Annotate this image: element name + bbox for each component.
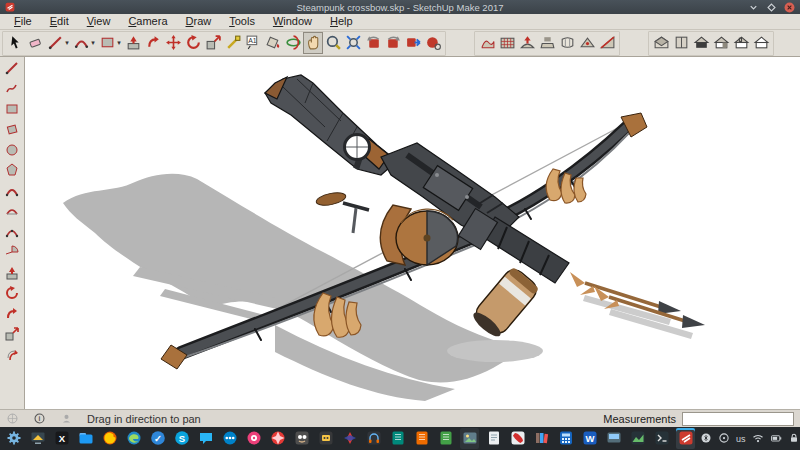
task-media-app[interactable] bbox=[244, 428, 263, 449]
menu-draw[interactable]: Draw bbox=[178, 14, 220, 29]
tool-two-point-arc[interactable] bbox=[2, 203, 23, 223]
tool-text[interactable]: A1 bbox=[243, 32, 263, 54]
task-notes-orange[interactable] bbox=[412, 428, 431, 449]
tool-scale[interactable] bbox=[2, 326, 23, 346]
tool-pan[interactable] bbox=[303, 32, 323, 54]
tool-rotate[interactable] bbox=[183, 32, 203, 54]
tool-smoove[interactable] bbox=[517, 32, 537, 54]
task-image-viewer[interactable] bbox=[460, 428, 479, 449]
tool-stamp[interactable] bbox=[537, 32, 557, 54]
tool-iso-view[interactable] bbox=[651, 32, 671, 54]
tool-previous-view[interactable] bbox=[363, 32, 383, 54]
task-audio-app[interactable] bbox=[364, 428, 383, 449]
menu-window[interactable]: Window bbox=[265, 14, 320, 29]
tool-zoom[interactable] bbox=[323, 32, 343, 54]
tool-tape-measure[interactable] bbox=[223, 32, 243, 54]
tray-display-indicator[interactable] bbox=[718, 432, 730, 446]
task-xterm[interactable]: X bbox=[52, 428, 71, 449]
tool-paint-bucket[interactable] bbox=[263, 32, 283, 54]
tool-drape[interactable] bbox=[557, 32, 577, 54]
tool-line[interactable] bbox=[2, 59, 23, 79]
task-calculator[interactable] bbox=[556, 428, 575, 449]
tool-flip-edge[interactable] bbox=[597, 32, 617, 54]
tool-add-detail[interactable] bbox=[577, 32, 597, 54]
tool-arc[interactable] bbox=[2, 182, 23, 202]
tool-from-scratch[interactable] bbox=[497, 32, 517, 54]
measurements-input[interactable] bbox=[682, 412, 794, 426]
task-notes-teal[interactable] bbox=[388, 428, 407, 449]
statusbar-sign-in[interactable] bbox=[60, 412, 73, 425]
tool-follow-me[interactable] bbox=[2, 305, 23, 325]
tool-rectangle[interactable] bbox=[2, 100, 23, 120]
tray-lock[interactable] bbox=[788, 432, 800, 446]
task-sketchup[interactable] bbox=[676, 428, 695, 449]
task-firefox[interactable] bbox=[100, 428, 119, 449]
tool-push-pull[interactable] bbox=[2, 264, 23, 284]
task-terminal[interactable] bbox=[652, 428, 671, 449]
tool-circle[interactable] bbox=[2, 141, 23, 161]
tray-battery[interactable] bbox=[770, 432, 782, 446]
statusbar-credits[interactable]: i bbox=[33, 412, 46, 425]
tool-model-info[interactable] bbox=[423, 32, 443, 54]
task-tasks-app[interactable]: ✓ bbox=[148, 428, 167, 449]
tool-push-pull[interactable] bbox=[123, 32, 143, 54]
menu-tools[interactable]: Tools bbox=[221, 14, 263, 29]
task-file-manager[interactable] bbox=[76, 428, 95, 449]
tool-freehand[interactable] bbox=[2, 80, 23, 100]
task-chat-app[interactable] bbox=[196, 428, 215, 449]
tool-back-view[interactable] bbox=[731, 32, 751, 54]
task-system-monitor[interactable] bbox=[628, 428, 647, 449]
task-transfer-app[interactable] bbox=[340, 428, 359, 449]
task-skype[interactable]: S bbox=[172, 428, 191, 449]
tool-rectangle[interactable] bbox=[97, 32, 123, 54]
task-cloud-app[interactable] bbox=[220, 428, 239, 449]
task-krita[interactable] bbox=[268, 428, 287, 449]
statusbar-geolocation[interactable] bbox=[6, 412, 19, 425]
tray-wifi[interactable] bbox=[752, 432, 764, 446]
tool-follow-me[interactable] bbox=[143, 32, 163, 54]
task-gimp[interactable] bbox=[292, 428, 311, 449]
menu-edit[interactable]: Edit bbox=[42, 14, 77, 29]
menu-view[interactable]: View bbox=[79, 14, 119, 29]
tool-scale[interactable] bbox=[203, 32, 223, 54]
tool-offset[interactable] bbox=[2, 346, 23, 366]
tool-right-view[interactable] bbox=[711, 32, 731, 54]
tool-next-view[interactable] bbox=[383, 32, 403, 54]
tool-orbit[interactable] bbox=[283, 32, 303, 54]
task-show-desktop[interactable] bbox=[28, 428, 47, 449]
model-viewport[interactable] bbox=[25, 57, 800, 409]
tool-from-contours[interactable] bbox=[477, 32, 497, 54]
tool-three-point-arc[interactable] bbox=[2, 223, 23, 243]
maximize-button[interactable] bbox=[766, 2, 777, 13]
close-button[interactable] bbox=[784, 2, 795, 13]
tool-line[interactable] bbox=[45, 32, 71, 54]
tool-front-view[interactable] bbox=[691, 32, 711, 54]
menu-camera[interactable]: Camera bbox=[120, 14, 175, 29]
task-phone-app[interactable] bbox=[508, 428, 527, 449]
tray-status-indicator[interactable] bbox=[700, 432, 712, 446]
menu-file[interactable]: File bbox=[6, 14, 40, 29]
tool-top-view[interactable] bbox=[671, 32, 691, 54]
tool-select[interactable] bbox=[5, 32, 25, 54]
task-word[interactable]: W bbox=[580, 428, 599, 449]
task-notes-green[interactable] bbox=[436, 428, 455, 449]
task-edge-browser[interactable] bbox=[124, 428, 143, 449]
tool-arc[interactable] bbox=[71, 32, 97, 54]
task-calibre[interactable] bbox=[532, 428, 551, 449]
task-workspace-app[interactable] bbox=[604, 428, 623, 449]
tool-rotate[interactable] bbox=[2, 285, 23, 305]
tool-polygon[interactable] bbox=[2, 162, 23, 182]
tool-eraser[interactable] bbox=[25, 32, 45, 54]
tool-zoom-extents[interactable] bbox=[343, 32, 363, 54]
tray-keyboard-layout[interactable]: us bbox=[736, 434, 746, 444]
menu-help[interactable]: Help bbox=[322, 14, 361, 29]
minimize-button[interactable] bbox=[748, 2, 759, 13]
tool-export[interactable] bbox=[403, 32, 423, 54]
task-robot-app[interactable] bbox=[316, 428, 335, 449]
title-bar[interactable]: Steampunk crossbow.skp - SketchUp Make 2… bbox=[0, 0, 800, 14]
task-app-launcher[interactable] bbox=[4, 428, 23, 449]
tool-pie[interactable] bbox=[2, 244, 23, 264]
tool-left-view[interactable] bbox=[751, 32, 771, 54]
tool-move[interactable] bbox=[163, 32, 183, 54]
task-text-editor[interactable] bbox=[484, 428, 503, 449]
